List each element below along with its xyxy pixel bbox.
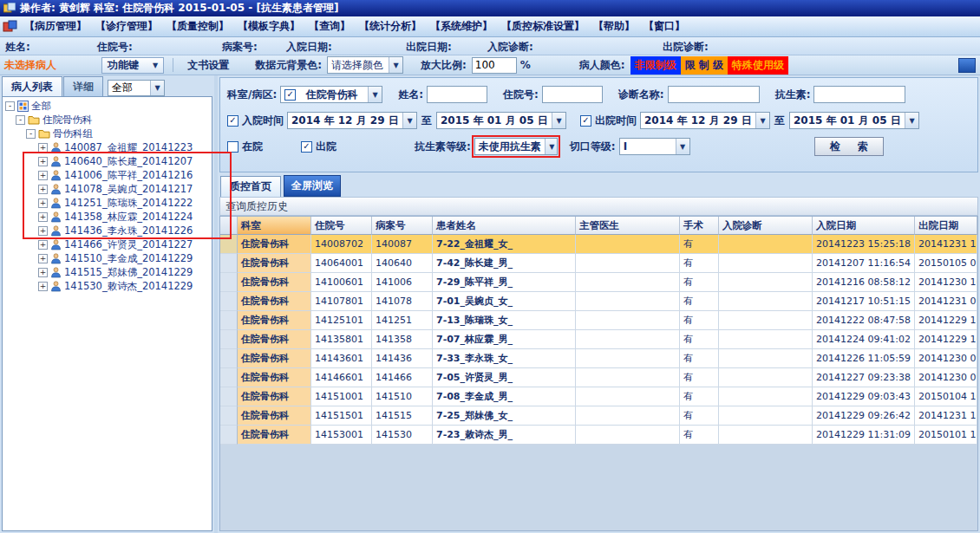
function-key-button[interactable]: 功能键 ▼: [101, 57, 164, 74]
in-hospital-checkbox[interactable]: [227, 141, 238, 153]
discharge-to-datepicker[interactable]: 2015 年 01 月 05 日 ▼: [789, 112, 919, 129]
menu-item-7[interactable]: 【系统维护】: [426, 16, 497, 36]
window-title: 操作者: 黄剑辉 科室: 住院骨伤科 2015-01-05 - [抗生素患者管理…: [20, 1, 338, 16]
expand-icon[interactable]: +: [38, 171, 48, 180]
menu-item-2[interactable]: 【诊疗管理】: [91, 16, 162, 36]
header-admit-date[interactable]: 入院日期: [813, 217, 915, 235]
tree-item-patient[interactable]: +141358_林应霖_20141224: [3, 210, 212, 224]
discharge-from-datepicker[interactable]: 2014 年 12 月 29 日 ▼: [640, 112, 770, 129]
expand-icon[interactable]: +: [38, 198, 48, 208]
chevron-down-icon: ▼: [368, 87, 382, 102]
row-indicator: [220, 349, 238, 368]
expand-icon[interactable]: +: [38, 212, 48, 222]
cell-admit-diagnosis: [719, 426, 813, 445]
tab-qc-home[interactable]: 质控首页: [220, 176, 281, 197]
discharged-checkbox[interactable]: ✓: [301, 141, 312, 153]
query-antibiotic-input[interactable]: [813, 86, 905, 103]
fullscreen-browse-button[interactable]: 全屏浏览: [284, 175, 341, 197]
header-doctor[interactable]: 主管医生: [576, 217, 680, 235]
app-window: 操作者: 黄剑辉 科室: 住院骨伤科 2015-01-05 - [抗生素患者管理…: [0, 0, 980, 533]
zoom-input[interactable]: [472, 57, 517, 74]
expand-icon[interactable]: +: [38, 282, 48, 291]
search-button[interactable]: 检 索: [814, 137, 884, 156]
tree-item-patient[interactable]: +141530_敕诗杰_20141229: [3, 279, 212, 293]
query-diagnosis-input[interactable]: [668, 86, 760, 103]
dept-checkbox[interactable]: ✓: [284, 89, 296, 101]
menu-item-4[interactable]: 【模板字典】: [233, 16, 304, 36]
tree-item-patient[interactable]: +141466_许贤灵_20141227: [3, 237, 212, 251]
table-row[interactable]: 住院骨伤科141006011410067-29_陈平祥_男_有20141216 …: [220, 273, 977, 292]
collapse-icon[interactable]: -: [5, 101, 15, 111]
table-row[interactable]: 住院骨伤科140640011406407-42_陈长建_男_有20141207 …: [220, 254, 977, 273]
discharge-time-checkbox[interactable]: ✓: [580, 115, 591, 127]
table-row[interactable]: 住院骨伤科141510011415107-08_李金成_男_有20141229 …: [220, 387, 977, 406]
expand-icon[interactable]: +: [38, 185, 48, 194]
folder-icon: [28, 114, 40, 125]
antibiotic-level-dropdown[interactable]: 未使用抗生素 ▼: [474, 138, 558, 155]
menu-item-1[interactable]: 【病历管理】: [20, 16, 91, 36]
menu-item-6[interactable]: 【统计分析】: [355, 16, 426, 36]
header-dept[interactable]: 科室: [238, 217, 311, 235]
query-row-2: ✓ 入院时间 2014 年 12 月 29 日 ▼ 至 2015 年 01 月 …: [220, 109, 977, 132]
header-surgery[interactable]: 手术: [680, 217, 719, 235]
expand-icon[interactable]: +: [38, 226, 48, 236]
color-picker-dropdown[interactable]: 请选择颜色 ▼: [327, 56, 403, 74]
menu-item-10[interactable]: 【窗口】: [639, 16, 689, 36]
row-indicator: [220, 426, 238, 445]
admit-to-datepicker[interactable]: 2015 年 01 月 05 日 ▼: [436, 112, 566, 129]
patient-table: 科室住院号病案号患者姓名主管医生手术入院诊断入院日期出院日期 住院骨伤科1400…: [219, 216, 978, 531]
tree-filter-dropdown[interactable]: 全部 ▼: [108, 80, 165, 96]
tree-item-patient[interactable]: +140087_金祖耀_20141223: [3, 140, 212, 154]
tree-item-patient[interactable]: +141078_吴婉贞_20141217: [3, 182, 212, 196]
table-row[interactable]: 住院骨伤科141530011415307-23_敕诗杰_男_有20141229 …: [220, 426, 977, 445]
menu-item-8[interactable]: 【质控标准设置】: [497, 16, 589, 36]
header-inpatient-no[interactable]: 住院号: [311, 217, 372, 235]
table-row[interactable]: 住院骨伤科140087021400877-22_金祖耀_女_有20141223 …: [220, 235, 977, 254]
cell-case-no: 141358: [372, 330, 433, 349]
tree-item-patient[interactable]: +141510_李金成_20141229: [3, 251, 212, 265]
tree-item-patient[interactable]: +141251_陈瑞珠_20141222: [3, 196, 212, 210]
collapse-icon[interactable]: -: [26, 129, 36, 139]
table-row[interactable]: 住院骨伤科141466011414667-05_许贤灵_男_有20141227 …: [220, 368, 977, 387]
expand-icon[interactable]: +: [38, 143, 48, 153]
table-row[interactable]: 住院骨伤科141251011412517-13_陈瑞珠_女_有20141222 …: [220, 311, 977, 330]
header-case-no[interactable]: 病案号: [372, 217, 433, 235]
expand-icon[interactable]: +: [38, 157, 48, 166]
chevron-down-icon: ▼: [676, 139, 689, 154]
header-discharge-date[interactable]: 出院日期: [915, 217, 977, 235]
tree-item-all[interactable]: - 全部: [3, 99, 212, 113]
header-patient-name[interactable]: 患者姓名: [433, 217, 576, 235]
tree-item-dept[interactable]: - 住院骨伤科: [3, 113, 212, 127]
cell-patient-name: 7-25_郑妹佛_女_: [433, 406, 576, 426]
table-row[interactable]: 住院骨伤科141358011413587-07_林应霖_男_有20141224 …: [220, 330, 977, 349]
admit-from-datepicker[interactable]: 2014 年 12 月 29 日 ▼: [287, 112, 417, 129]
cell-case-no: 140640: [372, 254, 433, 273]
qc-history-bar[interactable]: 查询质控历史: [219, 197, 978, 216]
doc-settings-button[interactable]: 文书设置: [187, 58, 229, 73]
tab-detail[interactable]: 详细: [63, 76, 103, 96]
table-row[interactable]: 住院骨伤科141078011410787-01_吴婉贞_女_有20141217 …: [220, 292, 977, 311]
expand-icon[interactable]: +: [38, 268, 48, 277]
tab-patient-list[interactable]: 病人列表: [2, 76, 62, 96]
expand-icon[interactable]: +: [38, 254, 48, 263]
tree-item-patient[interactable]: +140640_陈长建_20141207: [3, 154, 212, 168]
tree-item-patient[interactable]: +141436_李永珠_20141226: [3, 224, 212, 237]
expand-icon[interactable]: +: [38, 240, 48, 250]
incision-level-dropdown[interactable]: I ▼: [619, 138, 690, 155]
corner-button[interactable]: [958, 58, 976, 73]
collapse-icon[interactable]: -: [16, 115, 25, 125]
header-admit-diagnosis[interactable]: 入院诊断: [719, 217, 813, 235]
query-inpatient-input[interactable]: [542, 86, 603, 103]
menu-item-9[interactable]: 【帮助】: [589, 16, 639, 36]
menu-item-5[interactable]: 【查询】: [304, 16, 355, 36]
admit-time-checkbox[interactable]: ✓: [227, 115, 238, 127]
tree-item-patient[interactable]: +141515_郑妹佛_20141229: [3, 265, 212, 279]
tree-item-group[interactable]: - 骨伤科组: [3, 127, 212, 140]
menu-item-3[interactable]: 【质量控制】: [162, 16, 233, 36]
query-name-input[interactable]: [427, 86, 487, 103]
table-row[interactable]: 住院骨伤科141515011415157-25_郑妹佛_女_有20141229 …: [220, 406, 977, 426]
dept-dropdown[interactable]: ✓ 住院骨伤科 ▼: [280, 86, 382, 103]
cell-doctor: [576, 292, 680, 311]
table-row[interactable]: 住院骨伤科141436011414367-33_李永珠_女_有20141226 …: [220, 349, 977, 368]
tree-item-patient[interactable]: +141006_陈平祥_20141216: [3, 168, 212, 182]
